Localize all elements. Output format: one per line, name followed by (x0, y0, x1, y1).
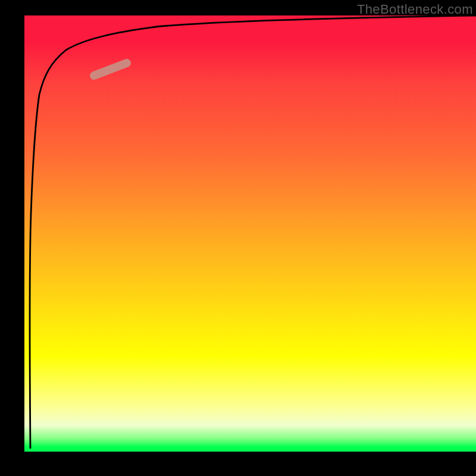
curve-marker (94, 63, 127, 76)
watermark-text: TheBottleneck.com (357, 2, 473, 17)
plot-area (24, 15, 476, 452)
chart-frame: TheBottleneck.com (0, 0, 476, 476)
curve-svg (24, 15, 476, 452)
bottleneck-curve (30, 15, 476, 449)
